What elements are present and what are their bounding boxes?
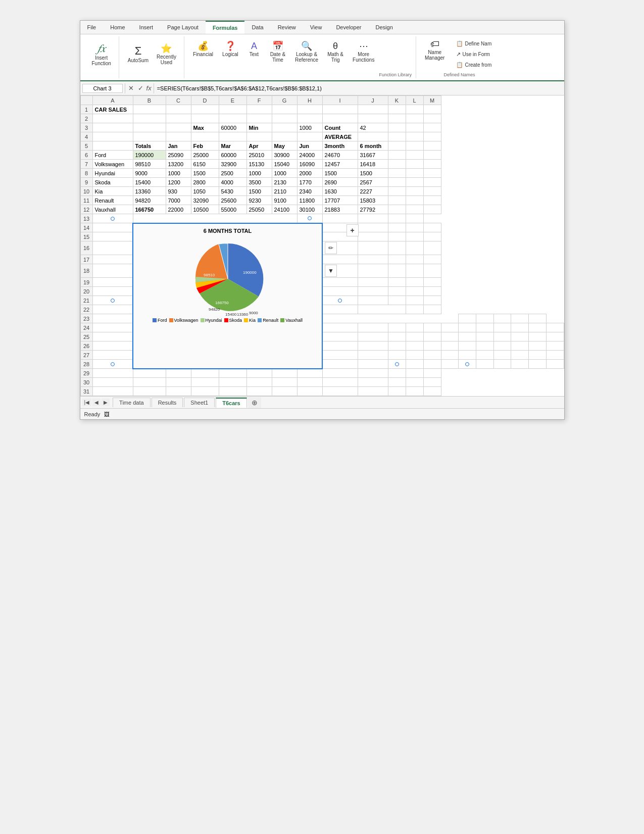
cell-j8[interactable]: 1500 (358, 169, 388, 178)
selection-handle[interactable] (465, 362, 469, 366)
selection-handle[interactable] (111, 217, 115, 221)
tab-insert[interactable]: Insert (132, 21, 161, 34)
sheet-tab-timedata[interactable]: Time data (113, 398, 151, 407)
cell-k5[interactable] (388, 141, 406, 151)
cell-h7[interactable]: 16090 (297, 160, 322, 169)
cell-b6[interactable]: 190000 (133, 151, 166, 160)
selection-handle[interactable] (338, 299, 342, 303)
logical-button[interactable]: ❓ Logical (218, 39, 243, 59)
use-in-form-button[interactable]: ↗ Use in Form (453, 50, 494, 59)
cell-a20[interactable] (92, 287, 133, 296)
cell-a19[interactable] (92, 278, 133, 287)
cell-m15[interactable] (423, 232, 441, 241)
cell-c11[interactable]: 7000 (166, 196, 191, 205)
cell-i20[interactable] (322, 287, 358, 296)
cell-m24[interactable] (546, 323, 564, 332)
cell-m1[interactable] (423, 105, 441, 114)
cell-a24[interactable] (92, 323, 133, 332)
cell-k2[interactable] (388, 114, 406, 123)
cell-i19[interactable] (322, 278, 358, 287)
cell-h8[interactable]: 2000 (297, 169, 322, 178)
col-header-m[interactable]: M (423, 96, 441, 105)
cell-m9[interactable] (423, 178, 441, 187)
col-header-g[interactable]: G (272, 96, 297, 105)
cell-i1[interactable] (322, 105, 358, 114)
selection-handle[interactable] (308, 216, 312, 220)
cell-k3[interactable] (388, 123, 406, 132)
cell-m5[interactable] (423, 141, 441, 151)
cell-i14[interactable]: + (322, 223, 358, 232)
col-header-h[interactable]: H (297, 96, 322, 105)
cell-l13[interactable] (388, 214, 406, 223)
cell-f4[interactable] (246, 132, 272, 141)
cell-j6[interactable]: 31667 (358, 151, 388, 160)
cell-e8[interactable]: 2500 (219, 169, 246, 178)
cell-h10[interactable]: 2340 (297, 187, 322, 196)
cell-k6[interactable] (388, 151, 406, 160)
cell-f8[interactable]: 1000 (246, 169, 272, 178)
confirm-formula-icon[interactable]: ✓ (137, 84, 144, 92)
cell-a18[interactable] (92, 264, 133, 278)
cell-i5[interactable]: 3month (322, 141, 358, 151)
cell-j19[interactable] (358, 278, 388, 287)
cell-g6[interactable]: 30900 (272, 151, 297, 160)
cell-a5[interactable] (92, 141, 133, 151)
cell-m8[interactable] (423, 169, 441, 178)
cell-h24[interactable] (459, 323, 476, 332)
cell-i16[interactable]: ✏ (322, 241, 358, 255)
cell-g3[interactable] (272, 123, 297, 132)
formula-input[interactable] (156, 84, 562, 92)
cell-l24[interactable] (529, 323, 547, 332)
cell-d8[interactable]: 1500 (191, 169, 219, 178)
cell-h6[interactable]: 24000 (297, 151, 322, 160)
cell-f2[interactable] (246, 114, 272, 123)
cell-j5[interactable]: 6 month (358, 141, 388, 151)
cell-m21[interactable] (423, 296, 441, 305)
cell-a30[interactable] (92, 378, 133, 387)
cell-f3[interactable]: Min (246, 123, 272, 132)
cell-b10[interactable]: 13360 (133, 187, 166, 196)
cell-c24[interactable] (358, 323, 388, 332)
col-header-f[interactable]: F (246, 96, 272, 105)
cell-a29[interactable] (92, 369, 133, 378)
cell-c5[interactable]: Jan (166, 141, 191, 151)
cell-m4[interactable] (423, 132, 441, 141)
cell-j10[interactable]: 2227 (358, 187, 388, 196)
col-header-b[interactable]: B (133, 96, 166, 105)
cell-m6[interactable] (423, 151, 441, 160)
cell-a25[interactable] (92, 332, 133, 341)
cell-k9[interactable] (388, 178, 406, 187)
cell-k10[interactable] (388, 187, 406, 196)
cell-l20[interactable] (406, 287, 423, 296)
cell-g7[interactable]: 15040 (272, 160, 297, 169)
sheet-nav-prev[interactable]: ◀ (92, 399, 101, 406)
cell-a7[interactable]: Volkswagen (92, 160, 133, 169)
col-header-e[interactable]: E (219, 96, 246, 105)
sheet-nav-first[interactable]: |◀ (82, 399, 92, 406)
cell-m12[interactable] (423, 205, 441, 214)
selection-handle[interactable] (111, 299, 115, 303)
cell-b24[interactable] (322, 323, 358, 332)
cell-d11[interactable]: 32090 (191, 196, 219, 205)
cell-a14[interactable] (92, 223, 133, 232)
cell-f10[interactable]: 1500 (246, 187, 272, 196)
cell-j2[interactable] (358, 114, 388, 123)
recently-used-button[interactable]: ⭐ RecentlyUsed (153, 42, 180, 67)
cell-k8[interactable] (388, 169, 406, 178)
cell-j7[interactable]: 16418 (358, 160, 388, 169)
cell-a21[interactable] (92, 296, 133, 305)
cell-l22[interactable] (406, 305, 423, 314)
cell-c1[interactable] (166, 105, 191, 114)
cell-j3[interactable]: 42 (358, 123, 388, 132)
cell-l3[interactable] (406, 123, 423, 132)
cell-i6[interactable]: 24670 (322, 151, 358, 160)
cell-e11[interactable]: 25600 (219, 196, 246, 205)
cell-b7[interactable]: 98510 (133, 160, 166, 169)
cell-a27[interactable] (92, 351, 133, 360)
cell-d5[interactable]: Feb (191, 141, 219, 151)
cell-b11[interactable]: 94820 (133, 196, 166, 205)
cell-m19[interactable] (423, 278, 441, 287)
define-name-button[interactable]: 📋 Define Nam (453, 39, 494, 48)
cell-a17[interactable] (92, 255, 133, 264)
cell-c4[interactable] (166, 132, 191, 141)
